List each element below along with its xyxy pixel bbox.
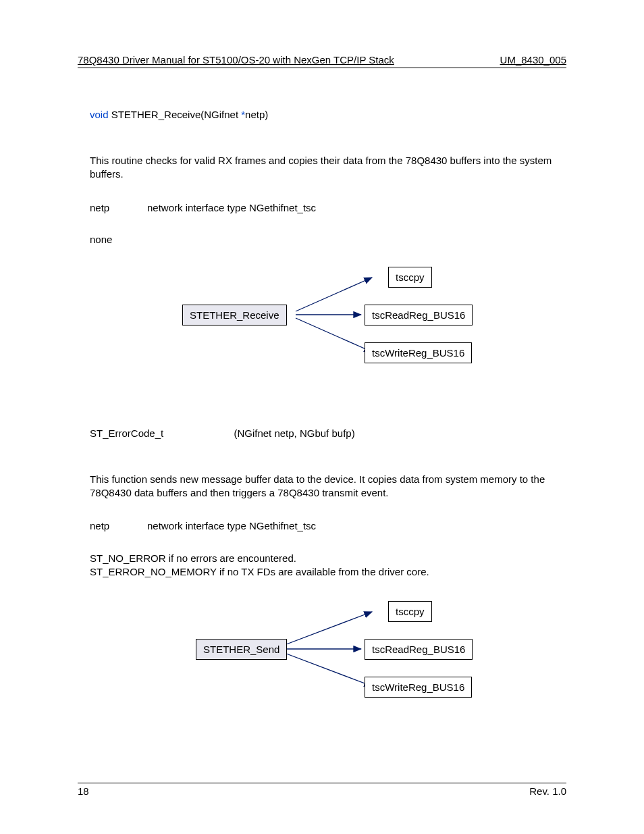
svg-line-3: [296, 318, 372, 352]
footer-revision: Rev. 1.0: [529, 785, 566, 797]
proto-return-type: ST_ErrorCode_t: [90, 427, 166, 439]
param-desc: network interface type NGethifnet_tsc: [147, 520, 316, 531]
prototype-receive: void STETHER_Receive(NGifnet *netp): [90, 109, 566, 120]
param-name: netp: [90, 520, 147, 531]
description-receive: This routine checks for valid RX frames …: [90, 154, 566, 182]
diagram-box-readreg: tscReadReg_BUS16: [365, 305, 473, 325]
param-name: netp: [90, 202, 147, 213]
svg-line-1: [296, 278, 372, 311]
svg-line-5: [283, 612, 372, 646]
page-footer: 18 Rev. 1.0: [78, 783, 566, 797]
proto-args: (NGifnet netp, NGbuf bufp): [234, 427, 354, 439]
proto-fn-name: STETHER_Receive(NGifnet: [109, 109, 242, 120]
diagram-arrows: [78, 593, 564, 708]
diagram-box-main: STETHER_Receive: [182, 305, 287, 325]
param-row-send: netp network interface type NGethifnet_t…: [90, 520, 566, 531]
proto-tail: netp): [245, 109, 268, 120]
returns-send: ST_NO_ERROR if no errors are encountered…: [90, 552, 566, 579]
param-desc: network interface type NGethifnet_tsc: [147, 202, 316, 213]
param-row-receive: netp network interface type NGethifnet_t…: [90, 202, 566, 213]
header-title: 78Q8430 Driver Manual for ST5100/OS-20 w…: [78, 54, 394, 66]
returns-line-1: ST_NO_ERROR if no errors are encountered…: [90, 552, 566, 565]
diagram-send: STETHER_Send tsccpy tscReadReg_BUS16 tsc…: [78, 593, 564, 708]
diagram-box-writereg: tscWriteReg_BUS16: [365, 342, 472, 363]
diagram-box-tsccpy: tsccpy: [388, 267, 432, 288]
header-docid: UM_8430_005: [500, 54, 566, 66]
description-send: This function sends new message buffer d…: [90, 473, 566, 500]
diagram-box-main: STETHER_Send: [196, 639, 287, 660]
diagram-receive: STETHER_Receive tsccpy tscReadReg_BUS16 …: [78, 259, 564, 373]
svg-line-7: [283, 652, 372, 686]
prototype-send: ST_ErrorCode_t (NGifnet netp, NGbuf bufp…: [90, 427, 566, 439]
keyword-void: void: [90, 109, 109, 120]
diagram-box-writereg: tscWriteReg_BUS16: [365, 677, 472, 698]
diagram-arrows: [78, 259, 564, 373]
page-header: 78Q8430 Driver Manual for ST5100/OS-20 w…: [78, 54, 566, 68]
returns-receive: none: [90, 234, 566, 245]
footer-page-number: 18: [78, 785, 89, 797]
diagram-box-tsccpy: tsccpy: [388, 601, 432, 622]
diagram-box-readreg: tscReadReg_BUS16: [365, 639, 473, 660]
returns-line-2: ST_ERROR_NO_MEMORY if no TX FDs are avai…: [90, 565, 566, 579]
